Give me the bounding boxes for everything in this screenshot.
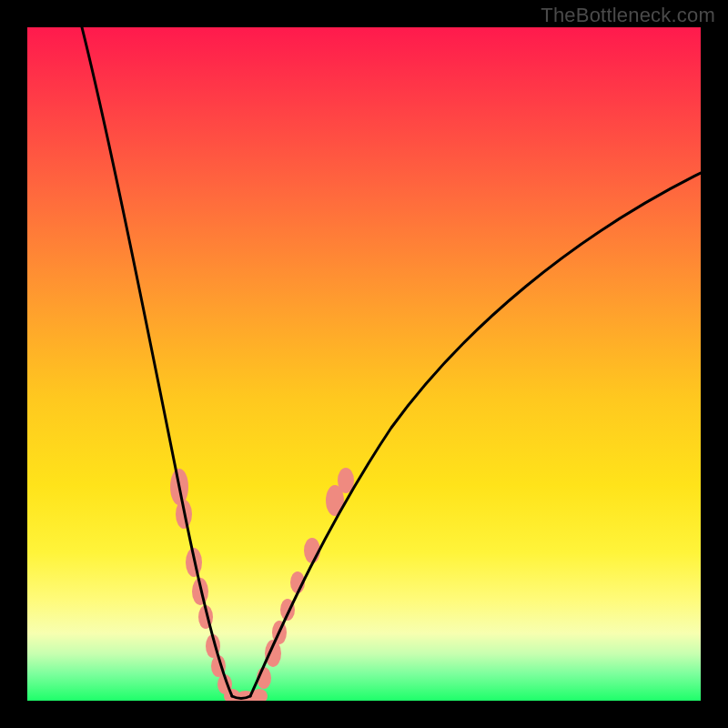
watermark-text: TheBottleneck.com [541,4,715,27]
chart-plot-area [27,27,701,701]
